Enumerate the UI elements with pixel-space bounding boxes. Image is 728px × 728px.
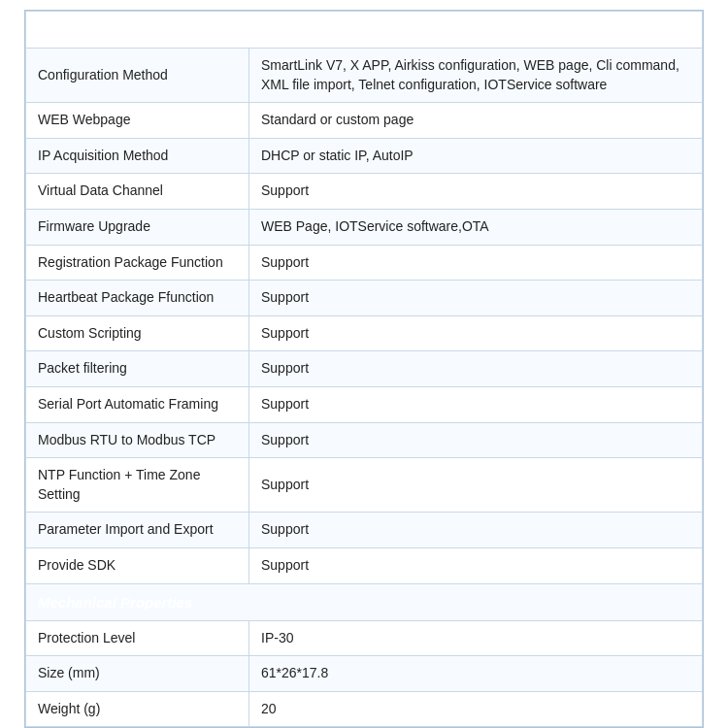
table-row: Provide SDKSupport [26, 547, 703, 583]
row-label: Protection Level [26, 620, 249, 656]
row-value: Support [249, 547, 703, 583]
table-row: Heartbeat Package FfunctionSupport [26, 281, 703, 316]
row-label: Size (mm) [26, 656, 249, 692]
table-row: Firmware UpgradeWEB Page, IOTService sof… [26, 209, 703, 245]
row-value: Support [249, 281, 703, 316]
row-label: IP Acquisition Method [26, 138, 249, 174]
table-row: Weight (g)20 [26, 691, 703, 727]
product-features-table: Product FeaturesConfiguration MethodSmar… [24, 10, 704, 728]
table-row: Packet filteringSupport [26, 351, 703, 387]
row-value: WEB Page, IOTService software,OTA [249, 209, 703, 245]
row-label: Custom Scripting [26, 315, 249, 351]
row-value: DHCP or static IP, AutoIP [249, 138, 703, 174]
table-row: Size (mm)61*26*17.8 [26, 656, 703, 692]
row-value: Support [249, 174, 703, 210]
row-label: Serial Port Automatic Framing [26, 386, 249, 422]
row-label: Heartbeat Package Ffunction [26, 281, 249, 316]
table-row: Registration Package FunctionSupport [26, 245, 703, 281]
row-value: IP-30 [249, 620, 703, 656]
row-value: Support [249, 422, 703, 458]
section-header-1: Mechanical Properties [26, 583, 703, 620]
table-row: Serial Port Automatic FramingSupport [26, 386, 703, 422]
row-value: Support [249, 315, 703, 351]
row-value: Support [249, 351, 703, 387]
row-value: SmartLink V7, X APP, Airkiss configurati… [249, 49, 703, 103]
row-label: Provide SDK [26, 547, 249, 583]
row-label: WEB Webpage [26, 103, 249, 139]
row-label: Parameter Import and Export [26, 513, 249, 548]
section-header-0: Product Features [26, 12, 703, 49]
row-value: 61*26*17.8 [249, 656, 703, 692]
row-value: Support [249, 386, 703, 422]
row-value: 20 [249, 691, 703, 727]
row-value: Support [249, 513, 703, 548]
table-row: Protection LevelIP-30 [26, 620, 703, 656]
row-value: Support [249, 458, 703, 513]
row-label: Modbus RTU to Modbus TCP [26, 422, 249, 458]
row-label: Registration Package Function [26, 245, 249, 281]
table-row: WEB WebpageStandard or custom page [26, 103, 703, 139]
row-label: Packet filtering [26, 351, 249, 387]
row-label: Weight (g) [26, 691, 249, 727]
row-label: NTP Function + Time Zone Setting [26, 458, 249, 513]
table-row: NTP Function + Time Zone SettingSupport [26, 458, 703, 513]
table-row: Parameter Import and ExportSupport [26, 513, 703, 548]
row-value: Standard or custom page [249, 103, 703, 139]
row-label: Configuration Method [26, 49, 249, 103]
table-row: Modbus RTU to Modbus TCPSupport [26, 422, 703, 458]
table-row: Custom ScriptingSupport [26, 315, 703, 351]
row-label: Firmware Upgrade [26, 209, 249, 245]
table-row: IP Acquisition MethodDHCP or static IP, … [26, 138, 703, 174]
table-row: Virtual Data ChannelSupport [26, 174, 703, 210]
table-row: Configuration MethodSmartLink V7, X APP,… [26, 49, 703, 103]
row-value: Support [249, 245, 703, 281]
row-label: Virtual Data Channel [26, 174, 249, 210]
